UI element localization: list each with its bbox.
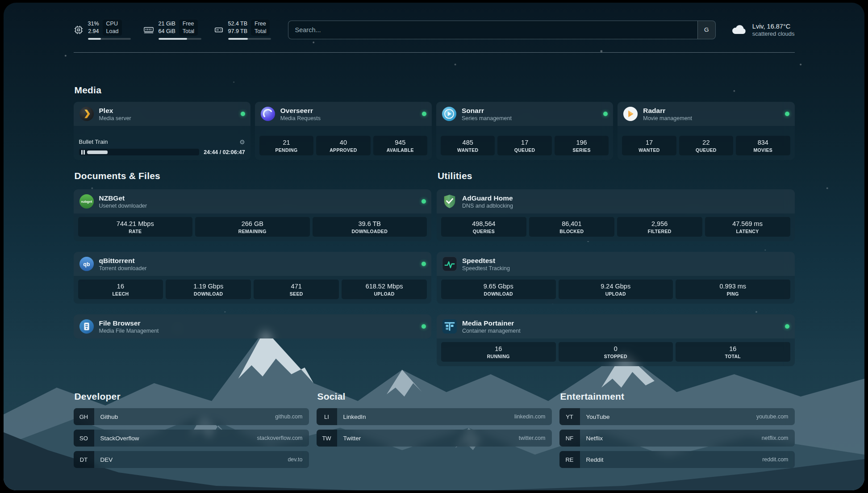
bookmark-github[interactable]: GH Github github.com xyxy=(74,408,309,425)
cpu-icon xyxy=(74,25,83,35)
bookmark-name: DEV xyxy=(94,456,113,463)
stat-queries: 498,564 QUERIES xyxy=(441,217,526,237)
bookmark-abbr: NF xyxy=(559,430,580,447)
service-description: Media File Management xyxy=(99,328,159,334)
stat-upload: 618.52 Mbps UPLOAD xyxy=(342,280,427,299)
disk-total-value: 97.9 TB xyxy=(228,28,248,35)
service-card-plex[interactable]: Plex Media server Bullet Train ⚙ xyxy=(74,102,250,160)
bookmark-abbr: GH xyxy=(74,408,94,425)
bookmark-linkedin[interactable]: LI LinkedIn linkedin.com xyxy=(317,408,552,425)
bookmark-youtube[interactable]: YT YouTube youtube.com xyxy=(559,408,795,425)
bookmark-abbr: YT xyxy=(559,408,580,425)
service-card-radarr[interactable]: Radarr Movie management 17 WANTED 22 QUE… xyxy=(618,102,794,160)
bookmark-name: Netflix xyxy=(580,435,603,442)
radarr-icon xyxy=(623,106,638,121)
bookmark-url: netflix.com xyxy=(762,435,795,441)
status-dot xyxy=(421,324,426,329)
stat-download: 9.65 Gbps DOWNLOAD xyxy=(441,280,556,299)
bookmark-reddit[interactable]: RE Reddit reddit.com xyxy=(559,451,795,468)
bookmark-url: twitter.com xyxy=(519,435,552,441)
top-bar: 31% 2.94 CPU Load xyxy=(74,20,795,40)
service-name: Sonarr xyxy=(462,107,512,115)
search-provider-button[interactable]: G xyxy=(697,21,715,39)
plex-playback-time: 24:44 / 02:06:47 xyxy=(204,149,245,155)
service-name: Radarr xyxy=(643,107,692,115)
stat-latency: 47.569 ms LATENCY xyxy=(705,217,790,237)
service-card-adguard[interactable]: AdGuard Home DNS and adblocking 498,564 … xyxy=(437,189,795,241)
bookmark-name: YouTube xyxy=(580,414,610,420)
status-dot xyxy=(422,112,426,116)
bookmark-abbr: DT xyxy=(74,451,94,468)
stat-download: 1.19 Gbps DOWNLOAD xyxy=(166,280,251,299)
utilities-heading: Utilities xyxy=(438,171,795,181)
section-utilities: Utilities AdGuard H xyxy=(437,171,795,366)
status-dot xyxy=(785,112,789,116)
gear-icon[interactable]: ⚙ xyxy=(239,139,245,145)
bookmark-abbr: TW xyxy=(317,430,337,447)
service-name: Plex xyxy=(99,107,131,115)
service-description: Torrent downloader xyxy=(99,265,147,272)
bookmark-name: LinkedIn xyxy=(337,414,366,420)
bookmark-stackoverflow[interactable]: SO StackOverflow stackoverflow.com xyxy=(74,430,309,447)
bookmark-url: dev.to xyxy=(288,456,309,463)
service-card-nzbget[interactable]: nzbget NZBGet Usenet downloader 744.21 M… xyxy=(74,189,432,241)
service-name: File Browser xyxy=(99,319,159,327)
bookmark-twitter[interactable]: TW Twitter twitter.com xyxy=(317,430,552,447)
status-dot xyxy=(603,112,608,116)
service-card-speedtest[interactable]: Speedtest Speedtest Tracking 9.65 Gbps D… xyxy=(437,252,795,304)
bookmark-abbr: SO xyxy=(74,430,94,447)
weather-widget: Lviv, 16.87°C scattered clouds xyxy=(731,23,795,37)
memory-bar xyxy=(159,38,201,40)
disk-free-value: 52.4 TB xyxy=(228,21,248,28)
plex-icon xyxy=(79,106,94,121)
stat-available: 945 AVAILABLE xyxy=(373,136,427,155)
status-dot xyxy=(421,199,426,204)
sonarr-icon xyxy=(442,106,457,121)
social-heading: Social xyxy=(317,391,552,402)
stat-leech: 16 LEECH xyxy=(78,280,163,299)
pause-icon xyxy=(81,150,85,155)
dashboard-screen: 31% 2.94 CPU Load xyxy=(4,3,864,490)
bookmark-url: linkedin.com xyxy=(514,414,551,420)
service-description: Speedtest Tracking xyxy=(462,265,510,272)
filebrowser-icon xyxy=(79,319,94,334)
memory-icon xyxy=(143,25,154,35)
stat-wanted: 17 WANTED xyxy=(622,136,676,155)
bookmark-netflix[interactable]: NF Netflix netflix.com xyxy=(559,430,795,447)
service-card-portainer[interactable]: Media Portainer Container management 16 … xyxy=(437,314,795,366)
stat-total: 16 TOTAL xyxy=(676,342,790,362)
bookmark-name: Github xyxy=(94,414,118,420)
cpu-widget: 31% 2.94 CPU Load xyxy=(74,20,131,40)
overseerr-icon xyxy=(260,106,275,121)
service-description: Usenet downloader xyxy=(99,203,147,209)
svg-text:qb: qb xyxy=(83,261,90,267)
cloud-icon xyxy=(731,23,747,37)
service-card-overseerr[interactable]: Overseerr Media Requests 21 PENDING 40 A… xyxy=(255,102,432,160)
bookmark-url: github.com xyxy=(275,414,309,420)
stat-running: 16 RUNNING xyxy=(441,342,556,362)
plex-progress: 24:44 / 02:06:47 xyxy=(79,149,245,155)
search-input[interactable] xyxy=(288,21,716,39)
developer-heading: Developer xyxy=(75,391,309,402)
stat-queued: 17 QUEUED xyxy=(497,136,551,155)
search-bar: G xyxy=(288,21,716,39)
status-dot xyxy=(241,112,245,116)
service-name: Speedtest xyxy=(462,257,510,265)
topbar-divider xyxy=(74,52,795,53)
service-description: Container management xyxy=(462,328,521,334)
bookmark-dev[interactable]: DT DEV dev.to xyxy=(74,451,309,468)
status-dot xyxy=(421,262,426,266)
bookmark-abbr: LI xyxy=(317,408,337,425)
stat-movies: 834 MOVIES xyxy=(736,136,790,155)
disk-icon xyxy=(214,25,224,35)
stat-approved: 40 APPROVED xyxy=(316,136,370,155)
service-name: AdGuard Home xyxy=(462,194,513,202)
service-name: Overseerr xyxy=(280,107,321,115)
adguard-icon xyxy=(442,194,457,209)
service-card-qbittorrent[interactable]: qb qBittorrent Torrent downloader 16 LEE… xyxy=(74,252,432,304)
service-description: Series management xyxy=(462,115,512,121)
service-card-filebrowser[interactable]: File Browser Media File Management xyxy=(74,314,432,338)
service-card-sonarr[interactable]: Sonarr Series management 485 WANTED 17 Q… xyxy=(436,102,613,160)
bookmark-name: Twitter xyxy=(337,435,361,442)
cpu-load-value: 2.94 xyxy=(88,28,99,35)
